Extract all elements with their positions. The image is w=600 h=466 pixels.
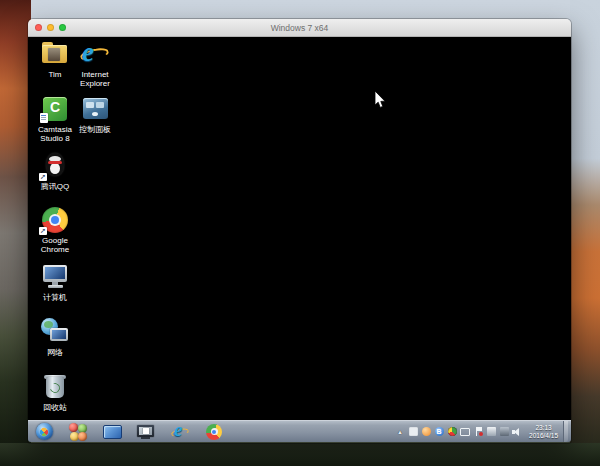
bluetooth-icon[interactable]: B (434, 427, 444, 437)
icon-label: 腾讯QQ (32, 182, 78, 191)
color-balls-icon (69, 423, 87, 441)
camtasia-icon: C (40, 95, 70, 123)
screen: Windows 7 x64 Tim e Internet Explorer (0, 0, 600, 466)
icon-label: 控制面板 (72, 125, 118, 134)
show-desktop-button[interactable] (563, 421, 568, 442)
show-hidden-icons-button[interactable]: ▲ (395, 427, 405, 437)
computer-monitor-icon (40, 263, 70, 291)
macos-wallpaper-cliff-right (570, 0, 600, 466)
security-pinwheel-icon[interactable] (447, 427, 457, 437)
desktop-icon-recycle-bin[interactable]: 回收站 (32, 373, 78, 412)
folder-icon (40, 40, 70, 68)
windows-start-orb-icon (36, 423, 53, 440)
vm-window: Windows 7 x64 Tim e Internet Explorer (28, 19, 571, 443)
recycle-bin-icon (40, 373, 70, 401)
shortcut-arrow-icon: ➚ (39, 227, 47, 235)
taskbar-app-internet-explorer[interactable]: e (170, 423, 190, 441)
taskbar-app-explorer-monitor[interactable] (136, 423, 156, 441)
grey-app-icon[interactable] (499, 427, 509, 437)
taskbar-buttons: e (34, 421, 224, 442)
internet-explorer-icon: e (171, 423, 189, 441)
network-globe-icon (40, 318, 70, 346)
volume-icon[interactable] (512, 427, 522, 437)
window-title: Windows 7 x64 (28, 23, 571, 33)
taskbar-clock[interactable]: 23:13 2016/4/15 (529, 424, 558, 440)
clock-date: 2016/4/15 (529, 432, 558, 440)
orange-app-icon[interactable] (421, 427, 431, 437)
vm-titlebar[interactable]: Windows 7 x64 (28, 19, 571, 37)
windows-taskbar[interactable]: e ▲ B 23:13 2016/ (28, 420, 571, 442)
taskbar-app-blue-screen[interactable] (102, 423, 122, 441)
desktop-icon-network[interactable]: 网络 (32, 318, 78, 357)
desktop-icon-internet-explorer[interactable]: e Internet Explorer (72, 40, 118, 88)
chrome-icon: ➚ (40, 206, 70, 234)
minimize-button[interactable] (47, 24, 54, 31)
clock-time: 23:13 (529, 424, 558, 432)
control-panel-icon (80, 95, 110, 123)
taskbar-app-color-balls[interactable] (68, 423, 88, 441)
taskbar-app-chrome[interactable] (204, 423, 224, 441)
windows-desktop[interactable]: Tim e Internet Explorer C Camtasia Studi… (28, 37, 571, 420)
close-button[interactable] (35, 24, 42, 31)
macos-wallpaper-forest (0, 443, 600, 466)
shortcut-arrow-icon: ➚ (39, 173, 47, 181)
desktop-icon-qq[interactable]: ➚ 腾讯QQ (32, 152, 78, 191)
chrome-icon (206, 424, 222, 440)
macos-wallpaper-cliff-left (0, 0, 31, 466)
icon-label: 网络 (32, 348, 78, 357)
mouse-cursor (374, 91, 386, 109)
zoom-button[interactable] (59, 24, 66, 31)
desktop-icon-computer[interactable]: 计算机 (32, 263, 78, 302)
desktop-icon-chrome[interactable]: ➚ Google Chrome (32, 206, 78, 254)
qq-penguin-icon: ➚ (40, 152, 70, 180)
icon-label: Google Chrome (32, 236, 78, 254)
internet-explorer-icon: e (80, 40, 110, 68)
monitor-icon (137, 424, 155, 440)
action-center-icon[interactable] (473, 427, 483, 437)
system-tray: ▲ B 23:13 2016/4/15 (395, 421, 568, 442)
icon-label: 计算机 (32, 293, 78, 302)
desktop-icon-control-panel[interactable]: 控制面板 (72, 95, 118, 134)
input-method-icon[interactable] (408, 427, 418, 437)
start-button[interactable] (34, 423, 54, 441)
network-icon[interactable] (460, 427, 470, 437)
icon-label: Internet Explorer (72, 70, 118, 88)
blue-screen-icon (103, 425, 122, 439)
traffic-lights (28, 24, 66, 31)
icon-label: 回收站 (32, 403, 78, 412)
device-icon[interactable] (486, 427, 496, 437)
